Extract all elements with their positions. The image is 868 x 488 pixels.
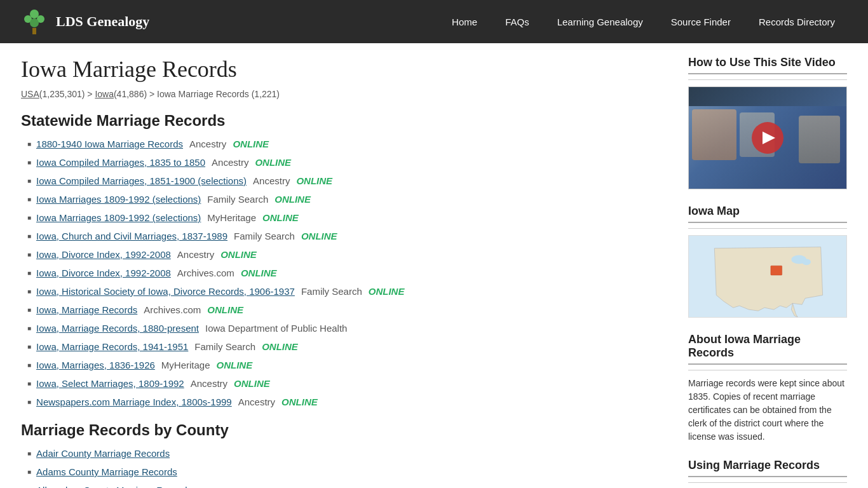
record-link[interactable]: Iowa, Historical Society of Iowa, Divorc… bbox=[36, 285, 295, 298]
online-badge: ONLINE bbox=[281, 395, 318, 409]
logo-tree-icon bbox=[19, 6, 50, 37]
online-badge: ONLINE bbox=[255, 156, 291, 169]
provider-label: Archives.com bbox=[144, 303, 201, 316]
navigation: LDS Genealogy Home FAQs Learning Genealo… bbox=[0, 0, 868, 43]
breadcrumb-usa[interactable]: USA bbox=[21, 89, 39, 99]
sidebar-map-divider bbox=[688, 228, 847, 229]
list-item: Iowa, Marriage Records, 1941-1951 Family… bbox=[27, 340, 669, 353]
provider-label: Ancestry bbox=[212, 156, 248, 169]
usa-map-svg bbox=[689, 236, 846, 317]
record-link[interactable]: Iowa, Marriage Records, 1880-present bbox=[36, 322, 199, 335]
list-item: Iowa, Divorce Index, 1992-2008 Ancestry … bbox=[27, 248, 669, 261]
svg-point-3 bbox=[30, 18, 39, 27]
online-badge: ONLINE bbox=[207, 303, 243, 316]
logo-text: LDS Genealogy bbox=[56, 13, 149, 30]
nav-link-records[interactable]: Records Directory bbox=[745, 11, 849, 32]
nav-link-faqs[interactable]: FAQs bbox=[491, 11, 543, 32]
list-item: Iowa, Marriage Records, 1880-present Iow… bbox=[27, 322, 669, 335]
provider-label: Ancestry bbox=[177, 248, 214, 261]
record-link[interactable]: Iowa Compiled Marriages, 1835 to 1850 bbox=[36, 156, 205, 169]
record-link[interactable]: Iowa, Divorce Index, 1992-2008 bbox=[36, 266, 171, 280]
record-link[interactable]: Iowa Marriages 1809-1992 (selections) bbox=[36, 193, 201, 206]
record-link[interactable]: Iowa, Marriages, 1836-1926 bbox=[36, 358, 155, 372]
online-badge: ONLINE bbox=[262, 340, 298, 353]
list-item: Iowa Compiled Marriages, 1835 to 1850 An… bbox=[27, 156, 669, 169]
nav-item-records[interactable]: Records Directory bbox=[745, 11, 849, 32]
provider-label: Family Search bbox=[207, 193, 268, 206]
online-badge: ONLINE bbox=[275, 193, 311, 206]
logo-link[interactable]: LDS Genealogy bbox=[19, 6, 149, 37]
record-link[interactable]: 1880-1940 Iowa Marriage Records bbox=[36, 137, 183, 151]
provider-label: Ancestry bbox=[253, 174, 290, 187]
online-badge: ONLINE bbox=[217, 358, 253, 372]
video-inner bbox=[689, 87, 846, 189]
breadcrumb-sep1: > bbox=[85, 89, 95, 99]
video-play-button[interactable] bbox=[752, 122, 783, 154]
record-link[interactable]: Adams County Marriage Records bbox=[36, 465, 177, 478]
section-heading-county: Marriage Records by County bbox=[21, 421, 669, 439]
provider-label: Ancestry bbox=[189, 137, 226, 151]
sidebar-using-divider bbox=[688, 482, 847, 483]
record-link[interactable]: Adair County Marriage Records bbox=[36, 447, 170, 460]
sidebar-map-section: Iowa Map bbox=[688, 205, 847, 318]
svg-point-13 bbox=[802, 259, 811, 265]
nav-link-home[interactable]: Home bbox=[438, 11, 491, 32]
page-wrapper: Iowa Marriage Records USA(1,235,301) > I… bbox=[8, 43, 860, 488]
online-badge: ONLINE bbox=[262, 211, 299, 224]
record-link[interactable]: Iowa, Select Marriages, 1809-1992 bbox=[36, 377, 184, 390]
online-badge: ONLINE bbox=[234, 377, 270, 390]
record-link[interactable]: Iowa Marriages 1809-1992 (selections) bbox=[36, 211, 201, 224]
nav-link-learning[interactable]: Learning Genealogy bbox=[543, 11, 657, 32]
video-thumbnail[interactable]: How to Use t... ⋮ bbox=[688, 86, 847, 189]
record-link[interactable]: Iowa, Marriage Records bbox=[36, 303, 137, 316]
online-badge: ONLINE bbox=[241, 266, 277, 280]
sidebar-video-section: How to Use This Site Video How to Use t.… bbox=[688, 56, 847, 189]
breadcrumb-iowa[interactable]: Iowa bbox=[95, 89, 114, 99]
list-item: Iowa, Church and Civil Marriages, 1837-1… bbox=[27, 229, 669, 243]
online-badge: ONLINE bbox=[301, 229, 337, 243]
list-item: Allamakee County Marriage Records bbox=[27, 484, 669, 488]
svg-rect-4 bbox=[32, 28, 36, 34]
nav-link-source[interactable]: Source Finder bbox=[657, 11, 745, 32]
provider-label: Archives.com bbox=[177, 266, 234, 280]
list-item: Iowa, Divorce Index, 1992-2008 Archives.… bbox=[27, 266, 669, 280]
record-link[interactable]: Allamakee County Marriage Records bbox=[36, 484, 192, 488]
sidebar-about-section: About Iowa Marriage Records Marriage rec… bbox=[688, 333, 847, 444]
list-item: Iowa Marriages 1809-1992 (selections) My… bbox=[27, 211, 669, 224]
provider-label: MyHeritage bbox=[161, 358, 210, 372]
provider-label: Family Search bbox=[234, 229, 295, 243]
provider-label: Iowa Department of Public Health bbox=[205, 322, 347, 335]
list-item: Iowa Marriages 1809-1992 (selections) Fa… bbox=[27, 193, 669, 206]
sidebar-video-title: How to Use This Site Video bbox=[688, 56, 847, 74]
list-item: Newspapers.com Marriage Index, 1800s-199… bbox=[27, 395, 669, 409]
iowa-map[interactable] bbox=[688, 235, 847, 318]
list-item: Adams County Marriage Records bbox=[27, 465, 669, 478]
record-link[interactable]: Iowa, Divorce Index, 1992-2008 bbox=[36, 248, 171, 261]
nav-item-faqs[interactable]: FAQs bbox=[491, 11, 543, 32]
sidebar-using-section: Using Marriage Records bbox=[688, 459, 847, 483]
nav-item-source[interactable]: Source Finder bbox=[657, 11, 745, 32]
sidebar-map-title: Iowa Map bbox=[688, 205, 847, 223]
sidebar-about-divider bbox=[688, 370, 847, 370]
online-badge: ONLINE bbox=[233, 137, 269, 151]
record-link[interactable]: Iowa, Marriage Records, 1941-1951 bbox=[36, 340, 188, 353]
nav-item-home[interactable]: Home bbox=[438, 11, 491, 32]
nav-item-learning[interactable]: Learning Genealogy bbox=[543, 11, 657, 32]
provider-label: Ancestry bbox=[238, 395, 275, 409]
record-link[interactable]: Newspapers.com Marriage Index, 1800s-199… bbox=[36, 395, 232, 409]
provider-label: MyHeritage bbox=[207, 211, 256, 224]
breadcrumb-usa-count: (1,235,301) bbox=[39, 89, 85, 99]
sidebar-about-text: Marriage records were kept since about 1… bbox=[688, 377, 847, 444]
page-title: Iowa Marriage Records bbox=[21, 56, 669, 83]
sidebar-divider bbox=[688, 79, 847, 80]
record-link[interactable]: Iowa, Church and Civil Marriages, 1837-1… bbox=[36, 229, 227, 243]
list-item: 1880-1940 Iowa Marriage Records Ancestry… bbox=[27, 137, 669, 151]
county-records-list: Adair County Marriage Records Adams Coun… bbox=[21, 447, 669, 488]
provider-label: Family Search bbox=[301, 285, 362, 298]
list-item: Iowa, Marriage Records Archives.com ONLI… bbox=[27, 303, 669, 316]
record-link[interactable]: Iowa Compiled Marriages, 1851-1900 (sele… bbox=[36, 174, 247, 187]
sidebar-about-title: About Iowa Marriage Records bbox=[688, 333, 847, 365]
list-item: Iowa, Select Marriages, 1809-1992 Ancest… bbox=[27, 377, 669, 390]
breadcrumb-tail: > Iowa Marriage Records (1,221) bbox=[147, 89, 280, 99]
svg-rect-11 bbox=[771, 266, 782, 275]
